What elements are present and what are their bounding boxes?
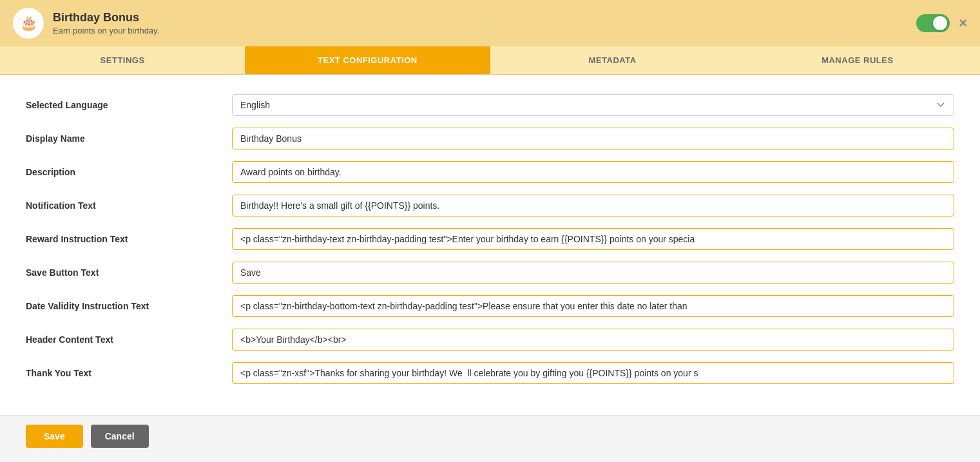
header-right: × (916, 14, 967, 32)
save-button[interactable]: Save (26, 425, 83, 448)
header-content-input[interactable] (232, 329, 954, 351)
selected-language-row: Selected Language English French Spanish… (26, 94, 954, 116)
cancel-button[interactable]: Cancel (91, 425, 149, 448)
app-icon: 🎂 (13, 8, 44, 39)
reward-instruction-input[interactable] (232, 228, 954, 250)
header-left: 🎂 Birthday Bonus Earn points on your bir… (13, 8, 159, 39)
display-name-input[interactable] (232, 128, 954, 149)
page-header: 🎂 Birthday Bonus Earn points on your bir… (0, 0, 980, 46)
header-content-row: Header Content Text (26, 329, 954, 351)
notification-text-row: Notification Text (26, 195, 954, 217)
selected-language-label: Selected Language (26, 100, 232, 110)
main-content: Selected Language English French Spanish… (0, 75, 980, 415)
page-footer: Save Cancel (0, 415, 980, 457)
thank-you-label: Thank You Text (26, 368, 232, 378)
header-subtitle: Earn points on your birthday. (53, 26, 159, 35)
save-button-text-input[interactable] (232, 262, 954, 284)
reward-instruction-row: Reward Instruction Text (26, 228, 954, 250)
date-validity-row: Date Validity Instruction Text (26, 295, 954, 317)
toggle-wrapper (916, 14, 950, 32)
tab-bar: SETTINGS TEXT CONFIGURATION METADATA MAN… (0, 46, 980, 75)
display-name-label: Display Name (26, 133, 232, 144)
tab-text-configuration[interactable]: TEXT CONFIGURATION (245, 46, 490, 74)
close-button[interactable]: × (959, 15, 967, 32)
thank-you-row: Thank You Text (26, 362, 954, 384)
date-validity-label: Date Validity Instruction Text (26, 301, 232, 311)
date-validity-input[interactable] (232, 295, 954, 317)
active-toggle[interactable] (916, 14, 950, 32)
save-button-text-row: Save Button Text (26, 262, 954, 284)
tab-manage-rules[interactable]: MANAGE RULES (735, 46, 980, 74)
display-name-row: Display Name (26, 128, 954, 149)
tab-metadata[interactable]: METADATA (490, 46, 735, 74)
selected-language-select[interactable]: English French Spanish German (232, 94, 954, 116)
tab-settings[interactable]: SETTINGS (0, 46, 245, 74)
description-label: Description (26, 167, 232, 177)
header-content-label: Header Content Text (26, 334, 232, 345)
reward-instruction-label: Reward Instruction Text (26, 234, 232, 244)
save-button-text-label: Save Button Text (26, 267, 232, 278)
header-title: Birthday Bonus (53, 11, 159, 24)
description-input[interactable] (232, 161, 954, 183)
notification-text-label: Notification Text (26, 200, 232, 211)
header-text: Birthday Bonus Earn points on your birth… (53, 11, 159, 35)
thank-you-input[interactable] (232, 362, 954, 384)
description-row: Description (26, 161, 954, 183)
notification-text-input[interactable] (232, 195, 954, 217)
